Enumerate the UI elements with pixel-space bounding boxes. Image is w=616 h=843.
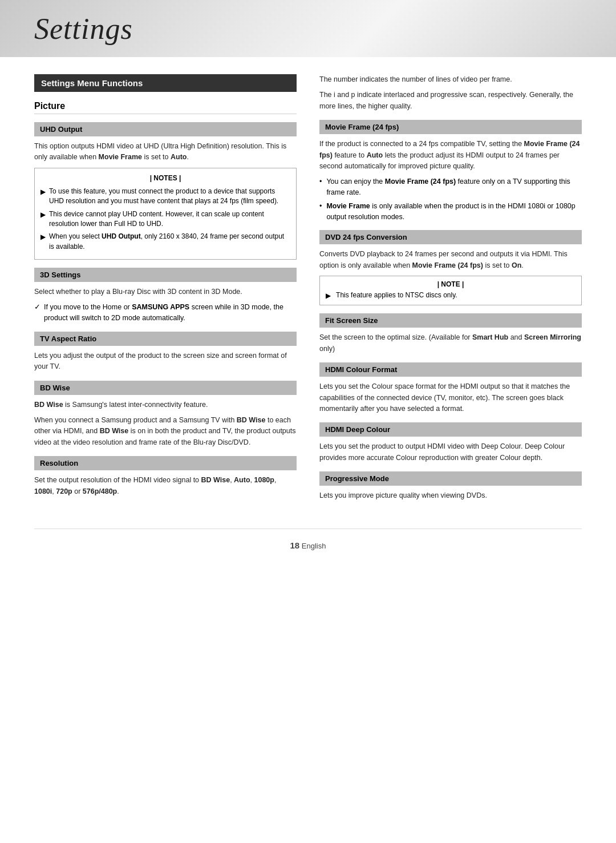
uhd-notes-box: | NOTES | ▶ To use this feature, you mus…	[34, 168, 297, 260]
resolution-header: Resolution	[34, 456, 297, 470]
movie-frame-header: Movie Frame (24 fps)	[319, 120, 582, 134]
arrow-icon: ▶	[326, 291, 331, 301]
bd-wise-text-2: When you connect a Samsung product and a…	[34, 415, 297, 448]
uhd-notes-title: | NOTES |	[40, 173, 290, 183]
page-title: Settings	[34, 12, 133, 46]
movie-frame-text: If the product is connected to a 24 fps …	[319, 139, 582, 172]
3d-check-item: ✓ If you move to the Home or SAMSUNG APP…	[34, 302, 297, 324]
hdmi-colour-format-header: HDMI Colour Format	[319, 362, 582, 377]
tv-aspect-ratio-header: TV Aspect Ratio	[34, 332, 297, 346]
fit-screen-text: Set the screen to the optimal size. (Ava…	[319, 332, 582, 354]
settings-menu-header: Settings Menu Functions	[34, 74, 297, 92]
page: Settings Settings Menu Functions Picture…	[0, 0, 616, 843]
page-number: 18	[290, 541, 300, 550]
movie-frame-bullet-2: • Movie Frame is only available when the…	[319, 201, 582, 223]
right-column: The number indicates the number of lines…	[319, 74, 582, 506]
progressive-mode-header: Progressive Mode	[319, 471, 582, 486]
content-area: Settings Menu Functions Picture UHD Outp…	[0, 57, 616, 529]
uhd-note-2: ▶ This device cannot play UHD content. H…	[40, 209, 290, 229]
bullet-icon: •	[319, 176, 322, 187]
resolution-text: Set the output resolution of the HDMI vi…	[34, 475, 297, 497]
arrow-icon: ▶	[40, 232, 46, 242]
bullet-icon: •	[319, 201, 322, 212]
dvd-24fps-text: Converts DVD playback to 24 frames per s…	[319, 249, 582, 271]
bd-wise-header: BD Wise	[34, 381, 297, 395]
uhd-note-1: ▶ To use this feature, you must connect …	[40, 187, 290, 207]
checkmark-icon: ✓	[34, 302, 40, 313]
fit-screen-header: Fit Screen Size	[319, 313, 582, 328]
tv-aspect-ratio-text: Lets you adjust the output of the produc…	[34, 350, 297, 373]
uhd-output-text: This option outputs HDMI video at UHD (U…	[34, 141, 297, 163]
header-area: Settings	[0, 0, 616, 57]
movie-frame-bullet-1: • You can enjoy the Movie Frame (24 fps)…	[319, 176, 582, 198]
arrow-icon: ▶	[40, 187, 46, 197]
footer: 18 English	[34, 529, 582, 556]
intro-text-2: The i and p indicate interlaced and prog…	[319, 90, 582, 112]
uhd-note-3: ▶ When you select UHD Output, only 2160 …	[40, 232, 290, 252]
hdmi-deep-colour-header: HDMI Deep Colour	[319, 422, 582, 437]
intro-text-1: The number indicates the number of lines…	[319, 74, 582, 85]
progressive-mode-text: Lets you improve picture quality when vi…	[319, 490, 582, 501]
3d-settings-text: Select whether to play a Blu-ray Disc wi…	[34, 287, 297, 297]
dvd-note-title: | NOTE |	[326, 280, 576, 288]
uhd-output-header: UHD Output	[34, 122, 297, 136]
footer-language: English	[302, 542, 326, 550]
picture-section-title: Picture	[34, 101, 297, 114]
dvd-note-box: | NOTE | ▶ This feature applies to NTSC …	[319, 276, 582, 305]
3d-settings-header: 3D Settings	[34, 268, 297, 282]
bd-wise-text-1: BD Wise is Samsung's latest inter-connec…	[34, 400, 297, 410]
hdmi-deep-colour-text: Lets you set the product to output HDMI …	[319, 441, 582, 463]
dvd-note-item: ▶ This feature applies to NTSC discs onl…	[326, 291, 576, 301]
dvd-24fps-header: DVD 24 fps Conversion	[319, 230, 582, 244]
arrow-icon: ▶	[40, 210, 46, 220]
hdmi-colour-format-text: Lets you set the Colour space format for…	[319, 381, 582, 414]
left-column: Settings Menu Functions Picture UHD Outp…	[34, 74, 297, 506]
